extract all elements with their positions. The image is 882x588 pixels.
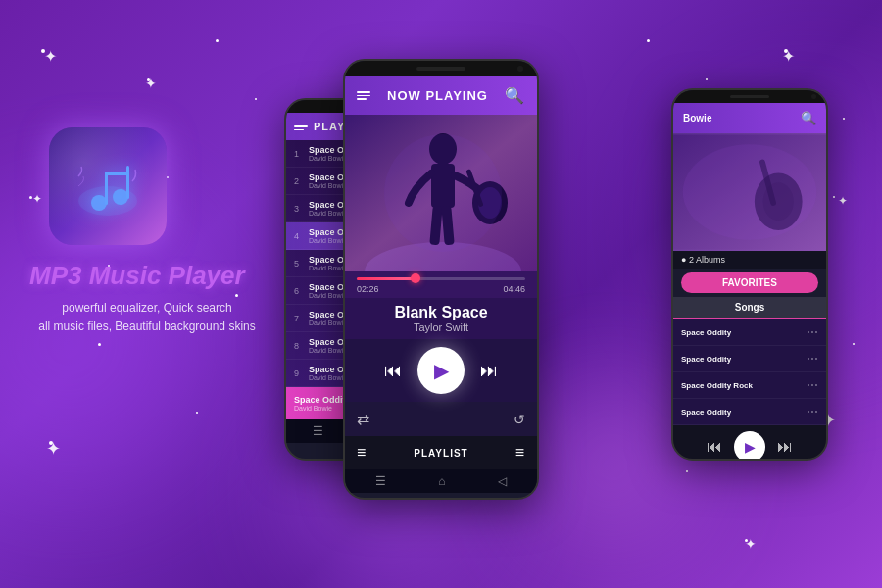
phone-center-nav: ☰ ⌂ ◁ xyxy=(345,469,537,493)
right-ff[interactable]: ⏭ xyxy=(777,438,793,456)
right-song-2-info: Space Oddity xyxy=(681,355,731,364)
speaker-right xyxy=(730,95,769,98)
right-rewind[interactable]: ⏮ xyxy=(707,438,722,456)
star-10 xyxy=(647,39,650,42)
star-22 xyxy=(853,343,855,345)
now-playing-title: NOW PLAYING xyxy=(387,88,488,103)
phone-right-notch xyxy=(673,90,826,103)
search-icon[interactable]: 🔍 xyxy=(505,86,525,105)
app-description: powerful equalizer, Quick search all mus… xyxy=(20,299,274,336)
app-title: MP3 Music Player xyxy=(29,261,274,291)
phone-center-notch xyxy=(345,61,537,76)
right-search-icon[interactable]: 🔍 xyxy=(801,111,816,125)
song-artist: Taylor Swift xyxy=(357,321,525,333)
footer-playlist-label[interactable]: PLAYLIST xyxy=(414,448,467,459)
sparkle-0: ✦ xyxy=(44,47,57,66)
right-album-art xyxy=(673,133,826,251)
camera-center xyxy=(517,66,523,72)
star-3 xyxy=(216,39,219,42)
camera-right xyxy=(811,94,816,99)
dots-menu-2[interactable]: ⋯ xyxy=(807,352,818,366)
nav-center-home[interactable]: ⌂ xyxy=(438,474,445,488)
right-song-4[interactable]: Space Oddity ⋯ xyxy=(673,399,826,425)
dots-menu-1[interactable]: ⋯ xyxy=(807,325,818,339)
now-playing-header: NOW PLAYING 🔍 xyxy=(345,76,537,115)
star-12 xyxy=(784,49,788,53)
player-footer: ≡ PLAYLIST ≡ xyxy=(345,436,537,469)
hamburger-line-3 xyxy=(294,129,304,131)
right-song-3[interactable]: Space Oddity Rock ⋯ xyxy=(673,372,826,399)
speaker-center xyxy=(416,67,466,71)
app-info-section: MP3 Music Player powerful equalizer, Qui… xyxy=(20,127,274,336)
star-18 xyxy=(686,470,688,472)
svg-point-2 xyxy=(113,189,128,205)
fast-forward-button[interactable]: ⏭ xyxy=(480,361,498,381)
star-7 xyxy=(98,343,101,346)
progress-fill xyxy=(357,277,416,280)
progress-bar[interactable] xyxy=(357,277,525,280)
song-title: Blank Space xyxy=(357,304,525,321)
nav-center-menu[interactable]: ☰ xyxy=(375,474,386,488)
favorites-button[interactable]: FAVORITES xyxy=(681,272,818,293)
right-song-3-info: Space Oddity Rock xyxy=(681,381,753,390)
song-info: Blank Space Taylor Swift xyxy=(345,298,537,339)
right-song-1-info: Space Oddity xyxy=(681,328,731,337)
time-total: 04:46 xyxy=(503,284,525,294)
dots-menu-4[interactable]: ⋯ xyxy=(807,405,818,418)
svg-rect-4 xyxy=(126,166,129,199)
np-ham-1 xyxy=(357,91,370,93)
play-pause-button[interactable]: ▶ xyxy=(417,347,465,394)
star-13 xyxy=(843,118,845,120)
repeat-icon[interactable]: ↺ xyxy=(514,412,525,427)
right-player-controls: ⏮ ▶ ⏭ xyxy=(673,425,826,461)
nav-center-back[interactable]: ◁ xyxy=(498,474,507,488)
svg-rect-5 xyxy=(105,172,129,175)
right-songs-list: Space Oddity ⋯ Space Oddity ⋯ Space Oddi… xyxy=(673,319,826,425)
glow-blob-br xyxy=(539,392,686,539)
right-song-1[interactable]: Space Oddity ⋯ xyxy=(673,319,826,346)
hamburger-line-1 xyxy=(294,122,308,124)
right-header-title: Bowie xyxy=(683,113,711,123)
nav-menu-icon[interactable]: ☰ xyxy=(313,424,323,438)
music-note-icon xyxy=(74,152,142,220)
svg-point-15 xyxy=(384,134,502,252)
now-playing-menu-icon[interactable] xyxy=(357,91,370,100)
app-icon xyxy=(49,127,167,245)
svg-point-20 xyxy=(683,144,817,240)
time-current: 02:26 xyxy=(357,284,379,294)
hamburger-line-2 xyxy=(294,125,308,127)
progress-area: 02:26 04:46 xyxy=(345,271,537,298)
progress-times: 02:26 04:46 xyxy=(357,284,525,294)
albums-count: ● 2 Albums xyxy=(673,251,826,269)
svg-point-1 xyxy=(91,195,107,211)
star-4 xyxy=(255,98,257,100)
extra-controls: ⇄ ↺ xyxy=(345,402,537,436)
hamburger-icon[interactable] xyxy=(294,122,308,131)
star-1 xyxy=(147,78,150,81)
svg-rect-3 xyxy=(105,172,108,205)
star-9 xyxy=(196,412,198,414)
footer-menu-right[interactable]: ≡ xyxy=(515,444,525,462)
star-15 xyxy=(833,196,835,198)
np-ham-3 xyxy=(357,98,367,100)
progress-thumb xyxy=(411,273,420,283)
album-art-svg xyxy=(345,115,537,271)
album-art xyxy=(345,115,537,271)
right-song-4-info: Space Oddity xyxy=(681,408,731,416)
right-header: Bowie 🔍 xyxy=(673,103,826,133)
dots-menu-3[interactable]: ⋯ xyxy=(807,378,818,392)
rewind-button[interactable]: ⏮ xyxy=(384,361,402,381)
right-play-button[interactable]: ▶ xyxy=(734,431,765,461)
phone-right: Bowie 🔍 ● 2 Albums FAVORITES Songs xyxy=(671,88,828,461)
star-8 xyxy=(49,441,53,445)
right-album-svg xyxy=(673,133,826,251)
shuffle-icon[interactable]: ⇄ xyxy=(357,410,369,428)
star-11 xyxy=(706,78,708,80)
phone-now-playing: NOW PLAYING 🔍 xyxy=(343,59,539,500)
songs-tab[interactable]: Songs xyxy=(673,297,826,319)
footer-menu-left[interactable]: ≡ xyxy=(357,444,367,462)
right-song-2[interactable]: Space Oddity ⋯ xyxy=(673,346,826,372)
star-0 xyxy=(41,49,45,53)
np-ham-2 xyxy=(357,95,370,97)
star-19 xyxy=(745,539,748,542)
